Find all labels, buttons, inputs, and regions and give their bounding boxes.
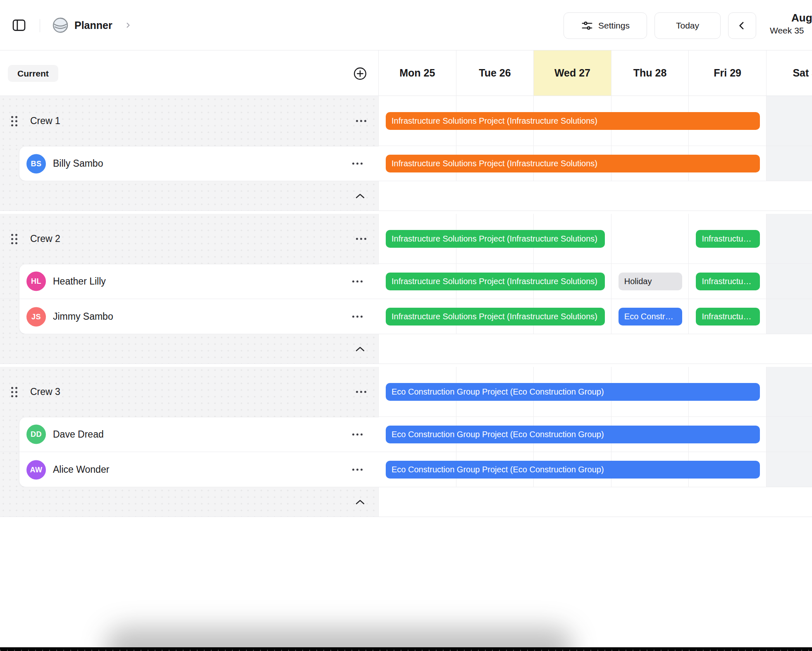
dot bbox=[15, 116, 17, 118]
collapse-row-grid bbox=[379, 334, 812, 364]
member-row-left: DDDave Dread bbox=[0, 417, 379, 452]
timeline-header-row: Current Mon 25Tue 26Wed 27Thu 28Fri 29Sa… bbox=[0, 50, 812, 96]
dot bbox=[15, 124, 17, 126]
collapse-row-grid bbox=[379, 181, 812, 211]
collapse-row bbox=[0, 181, 812, 211]
row-menu-button[interactable] bbox=[351, 384, 371, 400]
crew-group: Crew 1Infrastructure Solutions Project (… bbox=[0, 96, 812, 211]
member-card-section: HLHeather LillyInfrastructure Solutions … bbox=[0, 264, 812, 334]
dot bbox=[361, 469, 363, 471]
drag-handle[interactable] bbox=[11, 234, 17, 244]
member-row-left: AWAlice Wonder bbox=[0, 452, 379, 487]
group-header-row: Crew 1Infrastructure Solutions Project (… bbox=[0, 96, 812, 146]
dot bbox=[15, 387, 17, 389]
row-menu-button[interactable] bbox=[347, 273, 367, 290]
assignment-bar[interactable]: Infrastructure Solutions Project (Infras… bbox=[386, 112, 760, 130]
dot bbox=[361, 316, 363, 318]
dot bbox=[11, 234, 13, 236]
group-header-left: Crew 2 bbox=[0, 214, 379, 264]
grid-cell-weekend bbox=[767, 264, 812, 299]
member-row: JSJimmy SamboInfrastructure Solutions Pr… bbox=[0, 299, 812, 334]
topbar-divider bbox=[40, 19, 40, 32]
row-menu-button[interactable] bbox=[347, 462, 367, 478]
assignment-bar-label: Eco Construction Group Project (Eco Cons… bbox=[392, 387, 604, 397]
assignment-bar-label: Infrastructure Solutions Project (Infras… bbox=[392, 277, 597, 286]
grid-cell-weekend bbox=[767, 299, 812, 334]
group-gap bbox=[0, 211, 812, 214]
assignment-bar[interactable]: Eco Construction Group Project (Eco Cons… bbox=[386, 461, 760, 479]
member-name-label: Billy Sambo bbox=[53, 146, 103, 181]
grid-cell-weekend bbox=[767, 452, 812, 487]
timeline-header-left: Current bbox=[0, 50, 379, 96]
breadcrumb[interactable]: Planner bbox=[74, 0, 112, 50]
member-row: BSBilly SamboInfrastructure Solutions Pr… bbox=[0, 146, 812, 181]
day-header-label: Wed 27 bbox=[554, 67, 590, 79]
current-filter-badge[interactable]: Current bbox=[8, 65, 58, 82]
member-name-label: Alice Wonder bbox=[53, 452, 109, 487]
dot bbox=[361, 163, 363, 165]
avatar: JS bbox=[26, 307, 46, 326]
assignment-bar[interactable]: Eco Construction Group Project (Eco Cons… bbox=[619, 308, 683, 326]
dot bbox=[356, 163, 358, 165]
collapse-group-button[interactable] bbox=[351, 341, 369, 357]
planner-app: Planner Settings Today Aug Week 35 bbox=[0, 0, 812, 651]
group-header-grid: Infrastructure Solutions Project (Infras… bbox=[379, 214, 812, 264]
assignment-bar[interactable]: Infrastructure Solutions Project (Infras… bbox=[696, 273, 760, 290]
group-name-label: Crew 3 bbox=[30, 367, 60, 417]
day-header-mon-25: Mon 25 bbox=[379, 50, 456, 96]
member-row-grid: Infrastructure Solutions Project (Infras… bbox=[379, 146, 812, 181]
row-menu-button[interactable] bbox=[347, 156, 367, 172]
assignment-bar[interactable]: Infrastructure Solutions Project (Infras… bbox=[696, 308, 760, 326]
row-menu-button[interactable] bbox=[351, 113, 371, 129]
member-row: DDDave DreadEco Construction Group Proje… bbox=[0, 417, 812, 452]
day-header-sat-3: Sat 3 bbox=[767, 50, 812, 96]
collapse-group-button[interactable] bbox=[351, 494, 369, 510]
previous-week-button[interactable] bbox=[728, 12, 756, 39]
member-name-label: Jimmy Sambo bbox=[53, 299, 113, 334]
group-header-row: Crew 2Infrastructure Solutions Project (… bbox=[0, 214, 812, 264]
grid-cell bbox=[611, 214, 689, 263]
dot bbox=[356, 469, 358, 471]
dot bbox=[352, 280, 354, 282]
dot bbox=[15, 234, 17, 236]
row-menu-button[interactable] bbox=[351, 231, 371, 247]
collapse-row-left bbox=[0, 487, 379, 517]
member-row-left: BSBilly Sambo bbox=[0, 146, 379, 181]
add-row-button[interactable] bbox=[352, 66, 368, 81]
holiday-badge[interactable]: Holiday bbox=[619, 273, 683, 290]
assignment-bar-label: Infrastructure Solutions Project (Infras… bbox=[392, 312, 597, 321]
drag-handle[interactable] bbox=[11, 387, 17, 397]
assignment-bar[interactable]: Eco Construction Group Project (Eco Cons… bbox=[386, 426, 760, 443]
settings-button[interactable]: Settings bbox=[564, 12, 647, 39]
sidebar-toggle-icon[interactable] bbox=[11, 0, 27, 50]
avatar: DD bbox=[26, 425, 46, 444]
collapse-group-button[interactable] bbox=[351, 188, 369, 204]
member-row-grid: Infrastructure Solutions Project (Infras… bbox=[379, 264, 812, 299]
chevron-up-icon bbox=[354, 498, 366, 506]
assignment-bar[interactable]: Infrastructure Solutions Project (Infras… bbox=[386, 308, 605, 326]
assignment-bar[interactable]: Infrastructure Solutions Project (Infras… bbox=[386, 155, 760, 172]
dot bbox=[15, 391, 17, 393]
dot bbox=[352, 316, 354, 318]
row-menu-button[interactable] bbox=[347, 426, 367, 443]
assignment-bar[interactable]: Infrastructure Solutions Project (Infras… bbox=[386, 273, 605, 290]
assignment-bar-label: Infrastructure Solutions Project (Infras… bbox=[702, 312, 754, 321]
day-header-cells: Mon 25Tue 26Wed 27Thu 28Fri 29Sat 3 bbox=[379, 50, 812, 96]
dot bbox=[360, 120, 362, 122]
day-header-wed-27: Wed 27 bbox=[534, 50, 611, 96]
collapse-row bbox=[0, 487, 812, 517]
day-header-thu-28: Thu 28 bbox=[611, 50, 689, 96]
member-name-label: Heather Lilly bbox=[53, 264, 106, 299]
crew-group: Crew 2Infrastructure Solutions Project (… bbox=[0, 214, 812, 364]
row-menu-button[interactable] bbox=[347, 309, 367, 325]
drag-handle[interactable] bbox=[11, 116, 17, 126]
assignment-bar[interactable]: Infrastructure Solutions Project (Infras… bbox=[386, 230, 605, 248]
day-header-label: Sat 3 bbox=[793, 67, 812, 79]
grid-cell-weekend bbox=[767, 417, 812, 452]
collapse-row bbox=[0, 334, 812, 364]
assignment-bar[interactable]: Eco Construction Group Project (Eco Cons… bbox=[386, 383, 760, 401]
dot bbox=[361, 433, 363, 436]
today-button[interactable]: Today bbox=[654, 12, 721, 39]
assignment-bar[interactable]: Infrastructure Solutions Project (Infras… bbox=[696, 230, 760, 248]
dot bbox=[352, 469, 354, 471]
